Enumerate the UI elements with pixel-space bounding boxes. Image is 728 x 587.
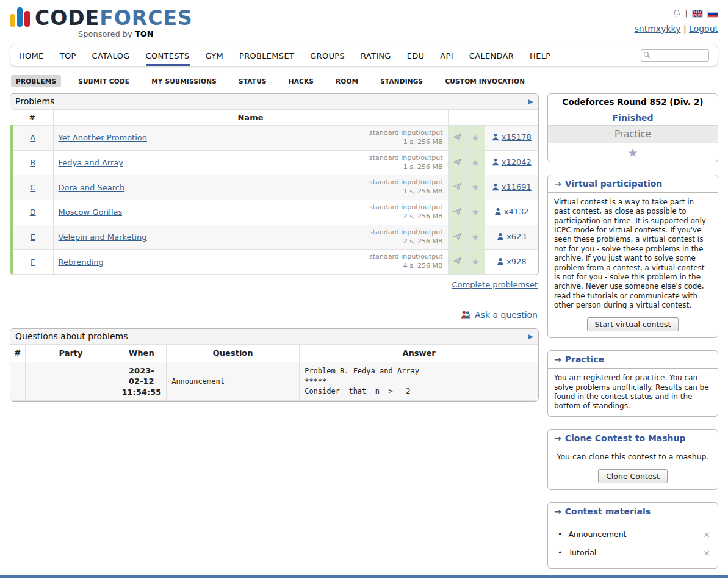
virtual-participation-caption: Virtual participation	[548, 175, 718, 193]
submit-solution-icon[interactable]	[453, 256, 462, 265]
russia-flag-icon[interactable]	[707, 10, 718, 18]
contest-materials-title: Contest materials	[565, 506, 651, 516]
problem-letter-link[interactable]: E	[31, 232, 35, 242]
bullet-icon	[558, 530, 562, 539]
problem-letter-link[interactable]: D	[30, 207, 36, 217]
sub-nav-item[interactable]: CUSTOM INVOCATION	[440, 75, 530, 87]
footer-bar	[0, 575, 728, 578]
material-link[interactable]: Announcement	[568, 530, 697, 539]
top-header: CODEFORCES Sponsored by TON | sntmxykky …	[10, 5, 718, 38]
problem-limits: 1 s, 256 MB	[369, 138, 443, 147]
sub-nav-item[interactable]: MY SUBMISSIONS	[146, 75, 222, 87]
sub-nav-item[interactable]: STANDINGS	[375, 75, 428, 87]
problem-letter-link[interactable]: A	[30, 133, 35, 142]
clone-contest-button[interactable]: Clone Contest	[598, 469, 668, 483]
arrow-icon	[554, 433, 561, 443]
problem-letter-link[interactable]: B	[30, 158, 35, 167]
nav-item[interactable]: GYM	[206, 45, 223, 66]
nav-item[interactable]: CATALOG	[92, 45, 130, 66]
ask-question-row: Ask a question	[10, 310, 538, 320]
submit-solution-icon[interactable]	[453, 207, 462, 216]
contest-title-link[interactable]: Codeforces Round 852 (Div. 2)	[563, 97, 704, 107]
favorite-star-icon[interactable]	[627, 146, 638, 159]
separator: |	[685, 7, 688, 20]
close-icon[interactable]	[703, 530, 712, 539]
contest-sub-nav: PROBLEMS SUBMIT CODE MY SUBMISSIONS STAT…	[11, 75, 718, 87]
nav-items: HOME TOP CATALOG CONTESTS GYM PROBLEMSET…	[19, 45, 550, 66]
problem-name-link[interactable]: Rebrending	[59, 257, 104, 267]
codeforces-logo[interactable]: CODEFORCES Sponsored by TON	[10, 5, 193, 38]
ask-question-link[interactable]: Ask a question	[475, 310, 538, 320]
problem-io: standard input/output	[369, 154, 443, 163]
solved-count-link[interactable]: x623	[497, 232, 527, 241]
nav-item[interactable]: PROBLEMSET	[239, 45, 294, 66]
nav-item[interactable]: API	[440, 45, 453, 66]
column-header-name: Name	[53, 110, 448, 126]
solved-person-icon	[497, 257, 504, 265]
favorite-star-icon[interactable]	[471, 157, 479, 168]
language-row: |	[672, 7, 718, 20]
nav-item[interactable]: HELP	[530, 45, 550, 66]
nav-item[interactable]: TOP	[60, 45, 76, 66]
contest-materials-box: Contest materials Announcement Tutorial	[547, 502, 718, 569]
problem-row: C Dora and Search standard input/output …	[12, 175, 538, 200]
expand-arrow-icon[interactable]	[528, 333, 533, 340]
submit-solution-icon[interactable]	[453, 132, 462, 142]
solved-count-link[interactable]: x15178	[492, 132, 532, 142]
close-icon[interactable]	[703, 548, 712, 558]
sub-nav-item[interactable]: ROOM	[331, 75, 363, 87]
solved-count-link[interactable]: x12042	[492, 157, 532, 167]
sub-nav-item[interactable]: HACKS	[284, 75, 319, 87]
username-link[interactable]: sntmxykky	[635, 24, 681, 34]
logout-link[interactable]: Logout	[689, 24, 718, 34]
favorite-star-icon[interactable]	[471, 232, 479, 243]
solved-count-link[interactable]: x928	[497, 257, 527, 266]
problem-name-link[interactable]: Moscow Gorillas	[59, 207, 123, 217]
uk-flag-icon[interactable]	[692, 10, 703, 18]
contest-status: Finished	[548, 110, 718, 125]
problem-letter-link[interactable]: F	[31, 257, 35, 267]
solved-count-link[interactable]: x11691	[492, 182, 532, 192]
submit-solution-icon[interactable]	[453, 157, 462, 167]
problem-limits: 2 s, 256 MB	[369, 212, 443, 221]
nav-item[interactable]: EDU	[407, 45, 425, 66]
solved-count: x11691	[502, 182, 532, 192]
expand-arrow-icon[interactable]	[528, 98, 533, 106]
problem-limits: 2 s, 256 MB	[369, 237, 443, 247]
solved-count-link[interactable]: x4132	[494, 207, 529, 216]
problem-name-link[interactable]: Yet Another Promotion	[59, 133, 147, 142]
favorite-star-icon[interactable]	[471, 132, 479, 143]
submit-solution-icon[interactable]	[453, 182, 462, 191]
material-link[interactable]: Tutorial	[568, 548, 697, 557]
problem-name-link[interactable]: Fedya and Array	[59, 158, 123, 167]
questions-box: Questions about problems # Party When Qu…	[10, 328, 539, 402]
sponsored-brand: TON	[135, 29, 154, 38]
complete-problemset-link[interactable]: Complete problemset	[452, 280, 538, 289]
sub-nav-item[interactable]: SUBMIT CODE	[73, 75, 134, 87]
problem-name-link[interactable]: Velepin and Marketing	[59, 232, 147, 242]
sidebar: Codeforces Round 852 (Div. 2) Finished P…	[547, 93, 718, 569]
problem-constraints: standard input/output 1 s, 256 MB	[369, 154, 443, 172]
start-virtual-contest-button[interactable]: Start virtual contest	[587, 317, 679, 331]
problem-name-link[interactable]: Dora and Search	[59, 183, 125, 192]
problem-letter-link[interactable]: C	[30, 183, 35, 192]
favorite-star-icon[interactable]	[471, 182, 479, 193]
problem-row: A Yet Another Promotion standard input/o…	[12, 126, 538, 151]
bell-icon[interactable]	[672, 9, 681, 18]
contest-info-box: Codeforces Round 852 (Div. 2) Finished P…	[547, 93, 718, 162]
practice-box: Practice You are registered for practice…	[547, 350, 718, 416]
sub-nav-item[interactable]: PROBLEMS	[11, 75, 61, 87]
nav-item[interactable]: GROUPS	[310, 45, 345, 66]
nav-item[interactable]: CALENDAR	[469, 45, 514, 66]
search-input[interactable]	[641, 49, 709, 62]
favorite-star-icon[interactable]	[471, 207, 479, 218]
nav-item[interactable]: RATING	[361, 45, 391, 66]
favorite-star-icon[interactable]	[471, 256, 479, 267]
nav-item[interactable]: CONTESTS	[146, 45, 190, 66]
nav-item[interactable]: HOME	[19, 45, 44, 66]
problem-io: standard input/output	[369, 129, 443, 138]
questions-table: # Party When Question Answer	[10, 344, 538, 401]
problem-io: standard input/output	[369, 203, 443, 212]
sub-nav-item[interactable]: STATUS	[234, 75, 272, 87]
submit-solution-icon[interactable]	[453, 232, 462, 241]
